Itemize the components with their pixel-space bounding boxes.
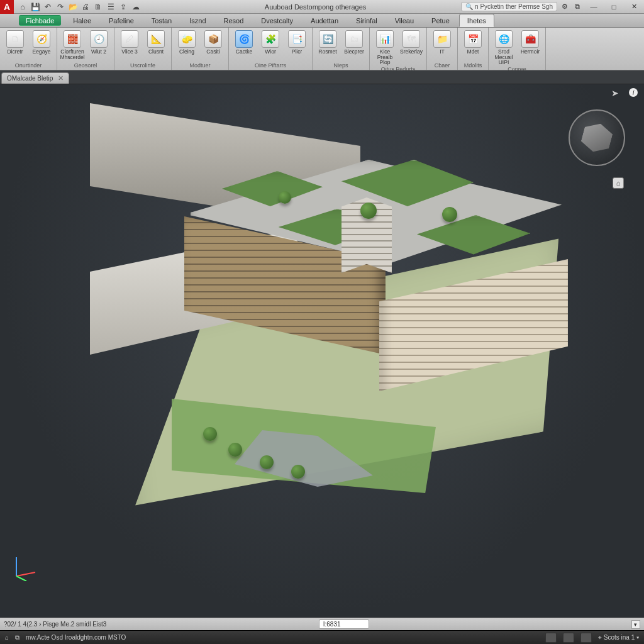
ribbon-tool-button[interactable]: 📦Casiti [201, 29, 226, 62]
tool-label: Cactke [236, 49, 252, 55]
nav-arrow-icon[interactable]: ➤ [611, 88, 619, 98]
tool-icon: 📊 [376, 30, 394, 48]
tree-icon [360, 203, 377, 219]
title-bar: A ⌂ 💾 ↶ ↷ 📂 🖨 🗎 ☰ ⇪ ☁ Auuboad Destompong… [0, 0, 644, 14]
ribbon-tool-button[interactable]: 🌐Srod Mecusil UIPI [491, 29, 516, 65]
ribbon-group: 🔄Rosmet🗂BiecprerNieps [313, 28, 370, 70]
ribbon-tool-button[interactable]: 📅Mdet [460, 29, 486, 62]
ribbon-tool-button[interactable]: 🧽Cleing [174, 29, 199, 62]
ribbon-tool-button[interactable]: 📐Clusnt [143, 29, 169, 62]
qat-export-icon[interactable]: ⇪ [118, 2, 128, 12]
qat-plot-icon[interactable]: 🖨 [80, 2, 91, 12]
ribbon-group-label: Nieps [315, 62, 367, 70]
tab-pafeline[interactable]: Pafeline [101, 14, 142, 27]
tab-sirinfal[interactable]: Sirinfal [348, 14, 386, 27]
status-home-icon[interactable]: ⌂ [5, 634, 9, 641]
status-grid-icon[interactable]: ⧉ [15, 634, 19, 641]
model-viewport[interactable]: ➤ i ⌂ [0, 84, 644, 618]
ribbon-tool-button[interactable]: 📑Plicr [284, 29, 309, 62]
qat-redo-icon[interactable]: ↷ [55, 2, 65, 12]
status-url-text: mw.Acte Osd Iroaldghtn.com MSTO [26, 634, 126, 641]
svg-line-2 [16, 576, 26, 581]
qat-print-icon[interactable]: 🗎 [93, 2, 103, 12]
tool-icon: 🧱 [64, 30, 81, 48]
tool-label: Vlice 3 [121, 49, 138, 55]
help-search-input[interactable]: 🔍 n Pycketin ther Permse Sgh [461, 2, 557, 11]
steering-wheel-icon[interactable]: ⌂ [613, 177, 624, 189]
ribbon-tool-button[interactable]: 🗂Biecprer [341, 29, 367, 62]
tool-icon: 🌀 [235, 30, 253, 48]
command-input[interactable]: I:6831 [319, 619, 369, 629]
qat-save-icon[interactable]: 💾 [30, 2, 40, 12]
quick-access-toolbar: ⌂ 💾 ↶ ↷ 📂 🖨 🗎 ☰ ⇪ ☁ [14, 2, 145, 12]
tab-audettan[interactable]: Audettan [303, 14, 347, 27]
minimize-button[interactable]: — [585, 1, 602, 13]
info-icon[interactable]: i [629, 88, 638, 97]
status-toggle-3[interactable] [580, 633, 592, 643]
tab-petue[interactable]: Petue [423, 14, 458, 27]
tab-vileau[interactable]: Vileau [387, 14, 422, 27]
ribbon-tool-button[interactable]: 📊Kice Prealb Plop [372, 29, 397, 65]
ribbon-tool-button[interactable]: 🗺Srekerlay [399, 29, 424, 65]
ribbon-group: 📁ITCbaer [427, 28, 458, 70]
app-menu-button[interactable]: A [0, 0, 14, 14]
search-placeholder: n Pycketin ther Permse Sgh [475, 3, 553, 10]
tab-dvestcalty[interactable]: Dvestcalty [253, 14, 301, 27]
tab-isznd[interactable]: Isznd [181, 14, 214, 27]
ribbon-tool-button[interactable]: 📁IT [430, 29, 455, 62]
status-toggle-2[interactable] [563, 633, 574, 643]
tool-label: Clorfturen Mhscerdel [60, 49, 85, 60]
tool-icon: 📐 [147, 30, 165, 48]
maximize-button[interactable]: □ [605, 1, 623, 13]
ribbon-group: 🧽Cleing📦CasitiModtuer [172, 28, 229, 70]
tool-icon: 🧩 [262, 30, 279, 48]
close-button[interactable]: ✕ [625, 1, 643, 13]
qat-open-icon[interactable]: 📂 [68, 2, 78, 12]
ribbon-tool-button[interactable]: 🧭Eegaye [29, 29, 54, 62]
tool-icon: 🧭 [33, 30, 50, 48]
building-model [90, 103, 606, 556]
tool-icon: 📑 [288, 30, 306, 48]
ribbon: 🗋Dicretr🧭EegayeOnurtinder🧱Clorfturen Mhs… [0, 28, 644, 70]
tree-icon [291, 465, 305, 479]
tool-label: Cleing [179, 49, 194, 55]
command-dropdown-icon[interactable]: ▾ [631, 620, 640, 629]
tree-icon [279, 191, 291, 204]
qat-undo-icon[interactable]: ↶ [43, 2, 53, 12]
tool-label: IT [440, 49, 445, 55]
document-tab-label: OMalcade Bletip [7, 75, 53, 82]
qat-layers-icon[interactable]: ☰ [106, 2, 116, 12]
ribbon-tool-button[interactable]: 🌀Cactke [231, 29, 257, 62]
document-tab[interactable]: OMalcade Bletip ✕ [1, 72, 69, 84]
status-toggle-1[interactable] [545, 633, 557, 643]
document-tab-close-icon[interactable]: ✕ [58, 74, 64, 82]
tool-icon: 📅 [464, 30, 482, 48]
search-icon: 🔍 [465, 3, 473, 10]
tool-icon: 🧰 [521, 30, 539, 48]
qat-misc2-icon[interactable]: ⧉ [572, 3, 582, 11]
ribbon-tool-button[interactable]: 🕘Wlut 2 [86, 29, 111, 62]
ribbon-group-label: Onurtinder [3, 62, 54, 70]
tree-icon [260, 455, 274, 469]
ribbon-tool-button[interactable]: 🖊Vlice 3 [117, 29, 142, 62]
ribbon-tool-button[interactable]: 🔄Rosmet [315, 29, 340, 62]
tool-icon: 🌐 [495, 30, 513, 48]
tab-tostan[interactable]: Tostan [143, 14, 180, 27]
tab-fichbade[interactable]: Fichbade [19, 15, 61, 26]
tool-label: Mdet [467, 49, 479, 55]
qat-home-icon[interactable]: ⌂ [18, 2, 28, 12]
tab-ihetes[interactable]: Ihetes [459, 14, 494, 27]
ribbon-group-label: Modtuer [174, 62, 226, 70]
ribbon-tool-button[interactable]: 🧰Hermoir [518, 29, 543, 65]
qat-cloud-icon[interactable]: ☁ [131, 2, 141, 12]
qat-misc1-icon[interactable]: ⚙ [560, 3, 570, 11]
ribbon-tool-button[interactable]: 🧩Wior [258, 29, 283, 62]
ribbon-tool-button[interactable]: 🗋Dicretr [3, 29, 28, 62]
tool-icon: 📦 [204, 30, 222, 48]
ribbon-group-label: Oine Piftarrs [231, 62, 309, 70]
ribbon-tool-button[interactable]: 🧱Clorfturen Mhscerdel [60, 29, 85, 62]
tool-label: Srekerlay [400, 49, 423, 55]
tab-resod[interactable]: Resod [216, 14, 252, 27]
tab-halee[interactable]: Halee [65, 14, 99, 27]
ribbon-group-label: Uscrolinfe [117, 62, 169, 70]
